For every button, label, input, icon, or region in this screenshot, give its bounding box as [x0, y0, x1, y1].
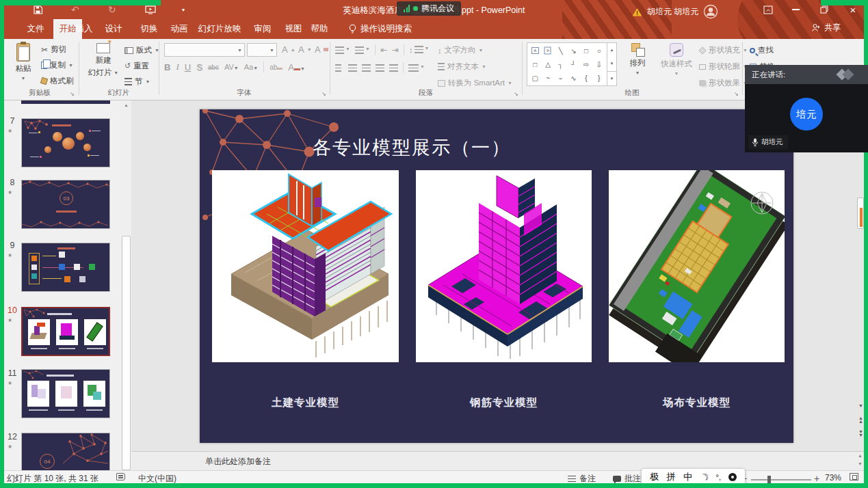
bullets-button[interactable]: ▼ [335, 46, 350, 54]
paragraph-dialog-launcher-icon[interactable]: ↘ [514, 91, 518, 97]
justify-icon[interactable] [376, 64, 384, 72]
minimize-button[interactable] [784, 0, 807, 19]
ime-mode-2[interactable]: 拼 [667, 471, 676, 483]
model-image-rebar[interactable] [416, 170, 592, 362]
tab-transitions[interactable]: 切换 [135, 19, 163, 39]
text-direction-button[interactable]: ↕ 文字方向▼ [438, 45, 483, 55]
clear-formatting-button[interactable]: A [315, 44, 328, 55]
shapes-gallery[interactable]: AA╲↘□○ □△┐┘⇨⇩ ▢~⌣∿{} ▲▼▼ [527, 42, 617, 86]
thumbnail-scrollbar[interactable]: ▲ [121, 100, 131, 470]
font-name-combo[interactable]: ▼ [164, 43, 245, 57]
thumbnail-slide-7[interactable] [21, 118, 110, 167]
align-left-icon[interactable] [335, 64, 343, 72]
model-image-site[interactable] [609, 170, 785, 362]
text-shadow-button[interactable]: S [196, 62, 202, 72]
shapes-gallery-scroll[interactable]: ▲▼▼ [607, 43, 616, 85]
caption-site[interactable]: 场布专业模型 [609, 396, 785, 410]
ime-mode-1[interactable]: 极 [650, 471, 659, 483]
strikethrough-button[interactable]: abc [208, 64, 219, 71]
line-spacing-button[interactable]: ↕▼ [409, 46, 429, 54]
account-area[interactable]: ! 胡培元 胡培元 [632, 4, 718, 19]
tab-slideshow[interactable]: 幻灯片放映 [193, 19, 246, 39]
ime-toolbar[interactable]: 极 拼 中 ☽ °, [642, 469, 745, 485]
tab-help[interactable]: 帮助 [306, 19, 333, 39]
notes-scroll-down-icon[interactable]: ▼ [858, 461, 863, 466]
align-right-icon[interactable] [362, 64, 371, 72]
section-button[interactable]: 节▼ [124, 77, 150, 87]
drawing-dialog-launcher-icon[interactable]: ↘ [734, 91, 739, 97]
convert-smartart-button[interactable]: 转换为 SmartArt▼ [438, 78, 512, 88]
new-slide-button[interactable]: 新建 幻灯片▼ [85, 43, 122, 78]
align-text-button[interactable]: 对齐文本▼ [438, 62, 486, 72]
tab-animations[interactable]: 动画 [166, 19, 193, 39]
ime-settings-gear-icon[interactable] [728, 473, 737, 481]
notes-scroll-up-icon[interactable]: ▲ [858, 453, 863, 458]
tab-insert[interactable]: 插入 [70, 19, 98, 39]
slide-canvas[interactable]: 各专业模型展示（一） [200, 109, 793, 443]
decrease-indent-icon[interactable]: ⇤ [380, 45, 387, 55]
thumbnail-slide-9[interactable] [21, 243, 110, 292]
ribbon-display-options-icon[interactable] [757, 0, 780, 19]
character-spacing-button[interactable]: AV▼ [224, 63, 239, 71]
notes-pane[interactable]: 单击此处添加备注 ▲ ▼ [131, 451, 868, 470]
find-button[interactable]: 查找 [750, 45, 774, 55]
tell-me-search[interactable]: 操作说明搜索 [360, 19, 429, 39]
layout-button[interactable]: 版式▼ [124, 45, 159, 55]
thumbnail-slide-12[interactable]: 04 [21, 433, 110, 470]
clipboard-dialog-launcher-icon[interactable]: ↘ [70, 91, 75, 97]
shrink-font-button[interactable]: A▼ [298, 44, 312, 55]
avatar-icon[interactable] [703, 4, 718, 19]
quick-styles-button[interactable]: 快速样式 ▼ [657, 43, 696, 76]
shape-effects-button[interactable]: 形状效果▼ [699, 78, 748, 88]
model-image-civil[interactable] [212, 170, 399, 362]
notes-placeholder[interactable]: 单击此处添加备注 [205, 456, 271, 467]
meeting-floating-pill[interactable]: 腾讯会议 [397, 1, 461, 16]
thumbnail-scrollbar-thumb[interactable] [122, 236, 131, 470]
fit-to-window-icon[interactable] [850, 473, 858, 480]
tab-view[interactable]: 视图 [280, 19, 307, 39]
share-button[interactable]: 共享 [811, 22, 841, 33]
ime-punctuation-icon[interactable]: °, [716, 473, 721, 481]
meeting-overlay-panel[interactable]: 正在讲话: 培元 胡培元 [745, 65, 868, 152]
font-dialog-launcher-icon[interactable]: ↘ [321, 91, 326, 97]
slide-area-scrollbar-thumb[interactable] [857, 198, 864, 229]
arrange-button[interactable]: 排列 ▼ [621, 43, 654, 75]
scroll-up-icon[interactable]: ▲ [121, 103, 131, 107]
accessibility-book-icon[interactable] [116, 473, 125, 480]
font-size-combo[interactable]: ▼ [247, 43, 277, 57]
align-center-icon[interactable] [348, 64, 357, 72]
grow-font-button[interactable]: A▲ [282, 44, 295, 55]
thumbnail-slide-10-selected[interactable] [21, 307, 110, 356]
shape-fill-button[interactable]: 形状填充▼ [699, 45, 748, 55]
columns-button[interactable]: ▼ [408, 64, 425, 72]
bold-button[interactable]: B [164, 62, 170, 72]
thumbnail-slide-11[interactable] [21, 369, 110, 418]
font-color-button[interactable]: A▼ [288, 62, 305, 72]
thumbnail-slide-8[interactable]: 03 [21, 180, 110, 229]
tab-design[interactable]: 设计 [100, 19, 127, 39]
format-painter-button[interactable]: 格式刷 [41, 76, 74, 86]
thumbnail-partial-slide6[interactable] [21, 100, 110, 104]
reset-button[interactable]: ↺ 重置 [124, 61, 149, 71]
caption-rebar[interactable]: 钢筋专业模型 [416, 396, 592, 410]
meeting-overlay-header[interactable]: 正在讲话: [745, 65, 868, 84]
italic-button[interactable]: I [176, 62, 179, 72]
ime-mode-3[interactable]: 中 [683, 471, 693, 483]
tab-review[interactable]: 审阅 [249, 19, 276, 39]
shape-outline-button[interactable]: 形状轮廓▼ [699, 62, 748, 72]
cut-button[interactable]: ✂ 剪切 [41, 44, 66, 55]
underline-button[interactable]: U [185, 62, 191, 72]
slide-title[interactable]: 各专业模型展示（一） [200, 135, 624, 160]
caption-civil[interactable]: 土建专业模型 [212, 396, 399, 410]
zoom-slider-track[interactable] [751, 479, 811, 480]
copy-button[interactable]: 复制 ▼ [41, 60, 73, 70]
change-case-button[interactable]: Aa▼ [244, 63, 258, 71]
text-highlight-button[interactable]: ab [269, 64, 282, 71]
zoom-in-button[interactable]: + [814, 473, 819, 484]
numbering-button[interactable]: ▼ [355, 46, 370, 54]
paste-button[interactable]: 粘贴 ▼ [8, 43, 38, 81]
distribute-icon[interactable] [389, 64, 398, 72]
zoom-level[interactable]: 73% [825, 473, 841, 483]
ime-moon-icon[interactable]: ☽ [698, 470, 711, 484]
tab-file[interactable]: 文件 [19, 19, 52, 39]
